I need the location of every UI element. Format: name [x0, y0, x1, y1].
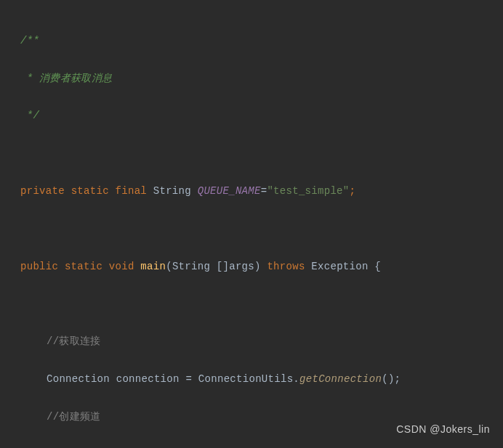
doc-comment-open: /** — [7, 32, 496, 51]
watermark-text: CSDN @Jokers_lin — [396, 420, 490, 439]
doc-comment-close: */ — [7, 107, 496, 126]
field-declaration: private static final String QUEUE_NAME="… — [7, 182, 496, 201]
comment-get-connection: //获取连接 — [7, 333, 496, 351]
main-signature: public static void main(String []args) t… — [7, 258, 496, 277]
line-channel: Channel channel = connection.createChann… — [7, 445, 496, 448]
line-connection: Connection connection = ConnectionUtils.… — [7, 370, 496, 389]
doc-comment-body: * 消费者获取消息 — [7, 70, 496, 89]
code-block: /** * 消费者获取消息 */ private static final St… — [7, 13, 496, 448]
